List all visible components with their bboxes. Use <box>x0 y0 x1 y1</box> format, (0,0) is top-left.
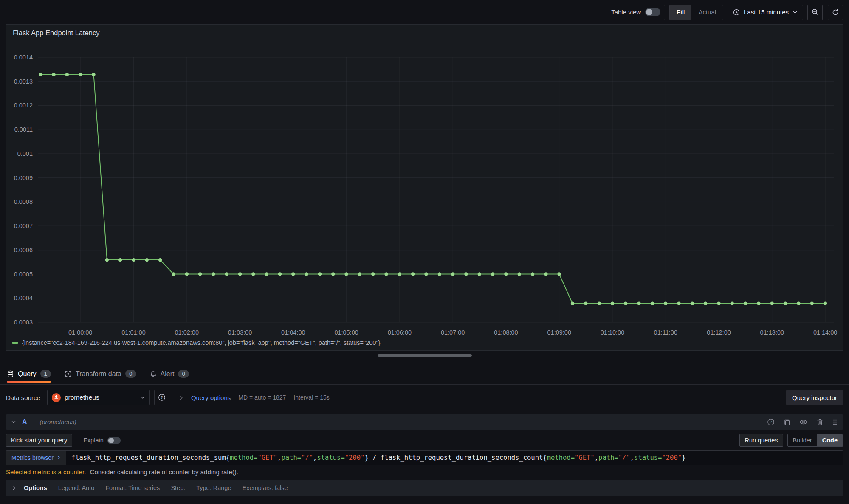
svg-text:0.0003: 0.0003 <box>14 319 33 326</box>
svg-text:01:11:00: 01:11:00 <box>654 329 677 336</box>
tab-query-label: Query <box>18 370 37 378</box>
svg-text:?: ? <box>770 420 772 424</box>
delete-query-button[interactable] <box>816 418 824 426</box>
top-toolbar: Table view Fill Actual Last 15 minutes <box>0 0 849 24</box>
promql-input[interactable]: flask_http_request_duration_seconds_sum{… <box>66 451 843 465</box>
metrics-browser-button[interactable]: Metrics browser <box>6 451 66 465</box>
svg-text:0.0008: 0.0008 <box>14 198 33 205</box>
svg-text:01:06:00: 01:06:00 <box>388 329 412 336</box>
toggle-knob <box>108 438 114 443</box>
options-item: Step: <box>171 484 185 491</box>
chevron-right-icon <box>11 486 16 490</box>
trash-icon <box>816 418 824 426</box>
options-item: Exemplars: false <box>242 484 288 491</box>
datasource-help-button[interactable]: ? <box>154 390 169 405</box>
warning-text: Selected metric is a counter. <box>6 468 86 476</box>
counter-warning: Selected metric is a counter. Consider c… <box>6 468 843 476</box>
query-options-header[interactable]: Query options MD = auto = 1827 Interval … <box>179 394 330 401</box>
options-item: Format: Time series <box>105 484 160 491</box>
toggle-knob <box>646 9 652 15</box>
explain-label: Explain <box>83 437 104 444</box>
svg-text:0.0007: 0.0007 <box>14 222 33 229</box>
transform-icon <box>65 370 72 377</box>
svg-text:0.0014: 0.0014 <box>14 54 33 61</box>
tab-query-count: 1 <box>40 370 51 378</box>
tab-transform-label: Transform data <box>76 370 121 378</box>
code-option[interactable]: Code <box>817 434 843 446</box>
datasource-select[interactable]: prometheus <box>47 390 150 405</box>
kick-start-query-button[interactable]: Kick start your query <box>6 434 72 447</box>
query-help-button[interactable]: ? <box>767 418 775 426</box>
clock-icon <box>733 9 740 16</box>
editor-tabs: Query 1 Transform data 0 Alert 0 <box>0 363 849 385</box>
time-range-picker[interactable]: Last 15 minutes <box>728 5 803 20</box>
run-queries-button[interactable]: Run queries <box>739 434 783 447</box>
svg-text:0.0013: 0.0013 <box>14 78 33 85</box>
table-view-toggle[interactable] <box>645 8 660 16</box>
add-rate-link[interactable]: Consider calculating rate of counter by … <box>90 468 238 476</box>
fill-actual-group: Fill Actual <box>669 5 723 20</box>
svg-text:01:08:00: 01:08:00 <box>494 329 518 336</box>
explain-toggle[interactable] <box>107 437 121 444</box>
refresh-button[interactable] <box>828 5 843 20</box>
explain-control: Explain <box>83 437 121 444</box>
query-editor-toolbar: Kick start your query Explain Run querie… <box>6 434 843 447</box>
question-circle-icon: ? <box>767 418 775 426</box>
latency-panel: Flask App Endpoint Latency 0.00140.00130… <box>6 24 843 351</box>
svg-text:?: ? <box>161 395 163 400</box>
tab-transform-data[interactable]: Transform data 0 <box>65 363 136 384</box>
chevron-right-icon <box>179 395 183 400</box>
fill-button[interactable]: Fill <box>670 5 691 20</box>
svg-text:01:09:00: 01:09:00 <box>547 329 571 336</box>
query-row-header[interactable]: A (prometheus) ? <box>6 414 843 430</box>
latency-chart[interactable]: 0.00140.00130.00120.00110.0010.00090.000… <box>6 25 843 338</box>
chevron-right-icon <box>56 456 61 460</box>
database-icon <box>7 370 14 377</box>
query-inspector-button[interactable]: Query inspector <box>786 390 843 405</box>
datasource-value: prometheus <box>65 394 136 401</box>
promql-editor: Metrics browser flask_http_request_durat… <box>6 450 843 465</box>
svg-text:01:13:00: 01:13:00 <box>760 329 784 336</box>
svg-text:0.0004: 0.0004 <box>14 295 33 301</box>
svg-text:01:04:00: 01:04:00 <box>281 329 305 336</box>
refresh-icon <box>832 9 839 16</box>
svg-text:0.0006: 0.0006 <box>14 247 33 253</box>
builder-option[interactable]: Builder <box>788 434 817 446</box>
svg-text:0.001: 0.001 <box>17 150 33 157</box>
zoom-out-button[interactable] <box>807 5 823 20</box>
table-view-label: Table view <box>611 8 641 16</box>
svg-text:01:00:00: 01:00:00 <box>68 329 92 336</box>
tab-alert-count: 0 <box>178 370 189 378</box>
drag-handle[interactable] <box>832 418 838 426</box>
max-data-points-value: MD = auto = 1827 <box>238 394 286 401</box>
datasource-label: Data source <box>6 394 40 401</box>
svg-text:01:10:00: 01:10:00 <box>601 329 624 336</box>
zoom-out-icon <box>812 8 819 16</box>
svg-text:01:12:00: 01:12:00 <box>707 329 731 336</box>
series-marker <box>12 342 18 344</box>
svg-text:01:14:00: 01:14:00 <box>813 329 837 336</box>
hide-query-button[interactable] <box>799 418 808 426</box>
collapse-chevron-icon[interactable] <box>11 420 16 425</box>
duplicate-query-button[interactable] <box>783 418 791 426</box>
query-row-actions: ? <box>767 418 838 426</box>
svg-text:0.0005: 0.0005 <box>14 271 33 278</box>
bell-icon <box>150 371 157 377</box>
svg-text:01:02:00: 01:02:00 <box>175 329 199 336</box>
tab-query[interactable]: Query 1 <box>7 363 51 384</box>
query-editor-block: A (prometheus) ? Kick start your query E… <box>6 414 843 496</box>
options-item: Type: Range <box>196 484 231 491</box>
prometheus-logo-icon <box>52 393 61 402</box>
actual-button[interactable]: Actual <box>691 5 723 20</box>
tab-alert[interactable]: Alert 0 <box>150 363 189 384</box>
horizontal-scrollbar[interactable] <box>378 354 472 357</box>
legend-item[interactable]: {instance="ec2-184-169-216-224.us-west-1… <box>12 339 380 346</box>
query-datasource-hint: (prometheus) <box>40 419 76 425</box>
chevron-down-icon <box>793 10 798 15</box>
question-circle-icon: ? <box>158 394 166 401</box>
query-options-summary[interactable]: Options Legend: AutoFormat: Time seriesS… <box>6 480 843 496</box>
svg-text:01:07:00: 01:07:00 <box>441 329 465 336</box>
options-item: Legend: Auto <box>58 484 94 491</box>
copy-icon <box>783 418 791 426</box>
svg-text:01:01:00: 01:01:00 <box>121 329 145 336</box>
